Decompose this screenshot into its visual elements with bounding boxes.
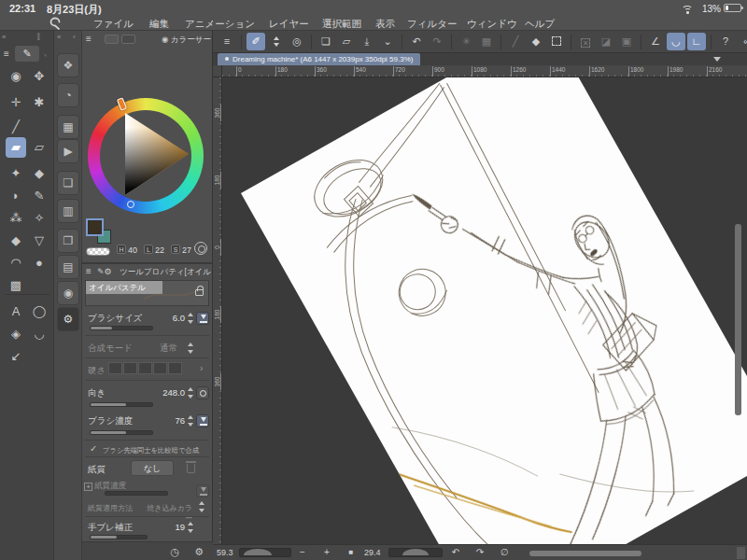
direction-value[interactable]: 248.0 <box>151 387 185 398</box>
fit-to-screen-button[interactable]: ■ <box>344 546 359 559</box>
save-button[interactable]: ⤓ <box>358 33 376 50</box>
palette-collapse-icon[interactable]: « <box>2 33 6 41</box>
tool-frame[interactable]: ◈ <box>6 324 26 344</box>
save-options-button[interactable]: ⌄ <box>378 33 397 50</box>
stabilization-stepper[interactable] <box>188 522 194 533</box>
tool-gradient[interactable]: ▽ <box>29 231 49 251</box>
clip-studio-logo-icon[interactable] <box>49 17 62 30</box>
panel-keyframe-button[interactable]: ▦ <box>57 115 79 139</box>
tool-eyedropper[interactable]: ╱ <box>6 117 26 137</box>
deselect-button[interactable]: ✕ <box>576 33 595 50</box>
snap-guide-button[interactable]: ∟ <box>687 33 706 50</box>
menu-file[interactable]: ファイル <box>93 18 134 31</box>
transparent-color-swatch[interactable] <box>86 247 110 256</box>
blend-mode-value[interactable]: 通常 <box>140 343 177 355</box>
hardness-step-5[interactable] <box>168 362 182 374</box>
rotation-slider[interactable] <box>388 548 443 557</box>
menu-window[interactable]: ウィンドウ <box>467 18 517 31</box>
panel-timeline-button[interactable]: ▤ <box>57 255 79 279</box>
density-slider[interactable] <box>90 430 153 435</box>
menu-animation[interactable]: アニメーション <box>185 18 255 31</box>
help-button[interactable]: ? <box>716 33 735 50</box>
palette-collapse-icon[interactable]: ⫿ <box>37 33 40 42</box>
undo-button[interactable]: ↶ <box>407 33 426 50</box>
tool-move-layer[interactable]: ✛ <box>6 92 26 113</box>
zoom-out-button[interactable]: − <box>295 546 310 559</box>
vertical-scrollbar[interactable] <box>735 224 741 415</box>
panel-layer-comp-button[interactable]: ❐ <box>57 229 79 253</box>
tool-marker[interactable]: ▰ <box>6 137 26 158</box>
panel-layer-button[interactable]: ❏ <box>57 171 79 195</box>
tool-eraser[interactable]: ◆ <box>29 163 49 184</box>
color-wheel-tab[interactable] <box>105 35 119 44</box>
brush-size-dynamics-button[interactable] <box>196 312 209 325</box>
blend-mode-stepper[interactable] <box>188 343 194 354</box>
tool-eraser-kneaded[interactable]: ▱ <box>29 137 49 158</box>
brush-size-stepper[interactable] <box>188 313 194 324</box>
direction-slider[interactable] <box>90 402 153 407</box>
tool-auto-select[interactable]: ✱ <box>29 92 49 113</box>
paper-density-slider[interactable] <box>105 491 168 496</box>
panel-tool-settings-button[interactable]: ⚙ <box>57 307 79 331</box>
transform-button[interactable] <box>547 33 566 50</box>
advanced-settings-icon[interactable]: ⚙ <box>194 546 204 558</box>
menu-help[interactable]: ヘルプ <box>525 18 555 31</box>
tool-fill[interactable]: ◆ <box>6 231 26 251</box>
brush-size-value[interactable]: 6.0 <box>157 313 185 323</box>
paper-method-value[interactable]: 焼き込みカラー <box>140 503 192 524</box>
eyedropper-button[interactable]: ╱ <box>506 33 525 50</box>
strip-arrow-icon[interactable]: ‹ <box>73 33 76 41</box>
paper-method-stepper[interactable] <box>199 501 205 512</box>
palette-menu-icon[interactable]: ≡ <box>4 49 9 59</box>
new-canvas-button[interactable]: ❏ <box>317 33 335 50</box>
panel-color-set-button[interactable]: ❖ <box>57 53 79 77</box>
tool-text[interactable]: A <box>6 301 26 322</box>
clip-studio-button[interactable]: ◎ <box>288 33 306 50</box>
color-slider-tab[interactable] <box>121 35 135 44</box>
canvas-viewport[interactable] <box>222 77 747 544</box>
menu-filter[interactable]: フィルター <box>407 18 457 31</box>
reset-view-button[interactable]: ∅ <box>497 546 512 559</box>
tool-screentone[interactable]: ▩ <box>6 275 26 296</box>
rotate-left-button[interactable]: ↶ <box>448 546 463 559</box>
stabilization-slider[interactable] <box>90 535 148 539</box>
tool-lasso[interactable]: ◗ <box>6 186 26 206</box>
color-panel-menu-icon[interactable]: ≡ <box>86 34 92 44</box>
sv-cursor[interactable] <box>127 201 134 208</box>
grid-button[interactable]: ▦ <box>477 33 496 50</box>
rotate-right-button[interactable]: ↷ <box>472 546 487 559</box>
menu-layer[interactable]: レイヤー <box>269 18 309 31</box>
tool-pencil[interactable]: ✎ <box>29 186 49 206</box>
main-menu-button[interactable]: ≡ <box>218 33 236 50</box>
tool-airbrush[interactable]: ⁂ <box>6 208 26 229</box>
tool-operation[interactable]: ◉ <box>6 66 26 87</box>
tool-blend[interactable]: ◠ <box>6 253 26 273</box>
panel-animation-button[interactable]: ▶ <box>57 139 79 163</box>
panel-layer-property-button[interactable]: ▥ <box>57 199 79 223</box>
lock-icon[interactable] <box>195 289 204 296</box>
fill-button[interactable]: ◆ <box>527 33 545 50</box>
hardness-step-1[interactable] <box>108 362 122 374</box>
zoom-in-button[interactable]: + <box>319 546 334 559</box>
reset-settings-icon[interactable]: ◷ <box>170 546 179 558</box>
strip-collapse-icon[interactable]: « <box>57 33 61 41</box>
hardness-expand-icon[interactable]: › <box>200 363 203 373</box>
tab-list-chevron-icon[interactable] <box>713 57 721 62</box>
menu-view[interactable]: 表示 <box>375 18 395 31</box>
zoom-slider[interactable] <box>239 548 291 557</box>
density-value[interactable]: 76 <box>157 415 185 426</box>
paper-density-dynamics-button[interactable] <box>196 484 209 497</box>
color-display-toggle-button[interactable] <box>194 242 207 255</box>
panel-navigator-button[interactable]: ◉ <box>57 281 79 305</box>
open-file-button[interactable]: ▱ <box>337 33 356 50</box>
panel-subview-button[interactable]: ◔ <box>57 83 79 107</box>
tool-blur[interactable]: ● <box>29 253 49 273</box>
tool-line[interactable]: ↙ <box>6 346 26 367</box>
snap-ruler-button[interactable]: ∠ <box>646 33 665 50</box>
paper-none-button[interactable]: なし <box>131 460 174 476</box>
snap-special-ruler-button[interactable]: ◡ <box>667 33 685 50</box>
subtool-variant-icon[interactable]: ﹆ <box>43 49 51 61</box>
redo-button[interactable]: ↷ <box>428 33 446 50</box>
tool-deco-spray[interactable]: ✧ <box>29 208 49 229</box>
density-dynamics-button[interactable] <box>196 414 209 427</box>
